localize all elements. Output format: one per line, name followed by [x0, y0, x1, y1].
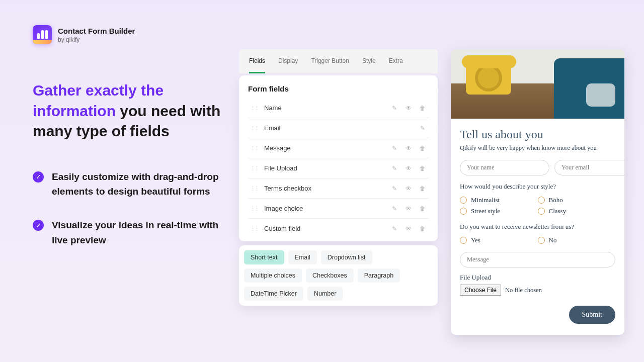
drag-handle-icon[interactable]: ⋮⋮ — [250, 165, 258, 171]
bullet-text: Visualize your ideas in real-time with l… — [52, 218, 229, 247]
submit-button[interactable]: Submit — [569, 306, 615, 324]
field-label: Name — [264, 104, 282, 112]
tab-display[interactable]: Display — [278, 57, 298, 73]
radio-icon — [460, 197, 467, 204]
question-newsletter: Do you want to receive newsletter from u… — [460, 223, 615, 231]
drag-handle-icon[interactable]: ⋮⋮ — [250, 186, 258, 191]
app-icon — [33, 25, 52, 44]
bullet-item: ✓ Visualize your ideas in real-time with… — [33, 218, 229, 247]
bullet-text: Easily customize with drag-and-drop elem… — [52, 169, 229, 199]
preview-title: Tell us about you — [460, 128, 615, 141]
message-input[interactable] — [460, 252, 615, 267]
field-row[interactable]: ⋮⋮Message✎👁🗑 — [248, 138, 429, 158]
app-header: Contact Form Builder by qikify — [33, 25, 135, 44]
field-row[interactable]: ⋮⋮Terms checkbox✎👁🗑 — [248, 178, 429, 199]
bullet-item: ✓ Easily customize with drag-and-drop el… — [33, 169, 229, 199]
field-label: Custom field — [264, 225, 300, 232]
check-icon: ✓ — [33, 220, 44, 231]
option-label: No — [549, 236, 557, 244]
drag-handle-icon[interactable]: ⋮⋮ — [250, 125, 258, 131]
option-label: Classy — [549, 207, 567, 215]
style-option[interactable]: Minimalist — [460, 195, 538, 206]
option-label: Street style — [471, 207, 500, 215]
delete-icon[interactable]: 🗑 — [419, 185, 427, 192]
visibility-icon[interactable]: 👁 — [405, 205, 413, 212]
visibility-icon[interactable]: 👁 — [405, 225, 413, 232]
app-subtitle: by qikify — [58, 36, 135, 43]
field-row[interactable]: ⋮⋮Image choice✎👁🗑 — [248, 199, 429, 219]
delete-icon[interactable]: 🗑 — [419, 145, 427, 152]
drag-handle-icon[interactable]: ⋮⋮ — [250, 105, 258, 111]
delete-icon[interactable]: 🗑 — [419, 225, 427, 232]
field-row[interactable]: ⋮⋮Email✎ — [248, 118, 429, 138]
field-label: Terms checkbox — [264, 185, 311, 192]
file-upload-label: File Upload — [460, 274, 615, 282]
radio-icon — [460, 237, 467, 244]
visibility-icon[interactable]: 👁 — [405, 165, 413, 172]
edit-icon[interactable]: ✎ — [390, 165, 398, 172]
headline: Gather exactly the information you need … — [33, 80, 229, 142]
field-label: File Upload — [264, 164, 297, 172]
field-type-chip[interactable]: Number — [307, 287, 343, 301]
file-status: No file chosen — [505, 287, 542, 294]
edit-icon[interactable]: ✎ — [419, 125, 427, 132]
field-row[interactable]: ⋮⋮Custom field✎👁🗑 — [248, 219, 429, 238]
edit-icon[interactable]: ✎ — [390, 145, 398, 152]
field-type-chip[interactable]: Checkboxes — [306, 268, 354, 283]
field-label: Email — [264, 124, 281, 132]
radio-icon — [460, 208, 467, 215]
delete-icon[interactable]: 🗑 — [419, 205, 427, 212]
style-option[interactable]: Boho — [538, 195, 616, 206]
field-type-chip[interactable]: DateTime Picker — [244, 287, 303, 301]
radio-icon — [538, 208, 545, 215]
option-label: Minimalist — [471, 196, 500, 204]
drag-handle-icon[interactable]: ⋮⋮ — [250, 206, 258, 211]
marketing-copy: Gather exactly the information you need … — [33, 80, 229, 266]
question-style: How would you describe your style? — [460, 183, 615, 191]
field-type-chip[interactable]: Multiple choices — [244, 268, 302, 283]
drag-handle-icon[interactable]: ⋮⋮ — [250, 226, 258, 231]
radio-icon — [538, 197, 545, 204]
email-input[interactable] — [554, 160, 624, 175]
field-type-chip[interactable]: Paragraph — [358, 268, 400, 283]
field-label: Message — [264, 144, 291, 152]
choose-file-button[interactable]: Choose File — [460, 285, 501, 296]
tab-style[interactable]: Style — [362, 57, 376, 73]
preview-subtitle: Qikify will be very happy when know more… — [460, 144, 615, 152]
form-fields-panel: Form fields ⋮⋮Name✎👁🗑⋮⋮Email✎⋮⋮Message✎👁… — [239, 75, 438, 241]
drag-handle-icon[interactable]: ⋮⋮ — [250, 145, 258, 151]
style-option[interactable]: Street style — [460, 206, 538, 217]
field-label: Image choice — [264, 205, 303, 212]
newsletter-option[interactable]: Yes — [460, 235, 538, 246]
visibility-icon[interactable]: 👁 — [405, 185, 413, 192]
option-label: Boho — [549, 196, 563, 204]
field-type-chips: Short textEmailDropdown listMultiple cho… — [239, 245, 438, 306]
visibility-icon[interactable]: 👁 — [405, 145, 413, 152]
field-type-chip[interactable]: Email — [288, 250, 317, 264]
field-type-chip[interactable]: Short text — [244, 250, 284, 264]
app-title: Contact Form Builder — [58, 27, 135, 35]
tab-extra[interactable]: Extra — [389, 57, 403, 73]
builder-tabs: Fields Display Trigger Button Style Extr… — [239, 49, 438, 73]
delete-icon[interactable]: 🗑 — [419, 105, 427, 112]
name-input[interactable] — [460, 160, 549, 175]
tab-trigger-button[interactable]: Trigger Button — [311, 57, 349, 73]
form-fields-title: Form fields — [248, 84, 429, 93]
check-icon: ✓ — [33, 171, 44, 183]
visibility-icon[interactable]: 👁 — [405, 105, 413, 112]
edit-icon[interactable]: ✎ — [390, 105, 398, 112]
form-preview: Tell us about you Qikify will be very ha… — [451, 49, 624, 335]
edit-icon[interactable]: ✎ — [390, 225, 398, 232]
style-option[interactable]: Classy — [538, 206, 616, 217]
field-row[interactable]: ⋮⋮Name✎👁🗑 — [248, 98, 429, 118]
tab-fields[interactable]: Fields — [249, 57, 265, 73]
edit-icon[interactable]: ✎ — [390, 185, 398, 192]
field-type-chip[interactable]: Dropdown list — [321, 250, 372, 264]
edit-icon[interactable]: ✎ — [390, 205, 398, 212]
preview-hero-image — [451, 49, 624, 119]
newsletter-option[interactable]: No — [538, 235, 616, 246]
builder-panel: Fields Display Trigger Button Style Extr… — [239, 49, 438, 306]
delete-icon[interactable]: 🗑 — [419, 165, 427, 172]
field-row[interactable]: ⋮⋮File Upload✎👁🗑 — [248, 158, 429, 178]
option-label: Yes — [471, 236, 480, 244]
